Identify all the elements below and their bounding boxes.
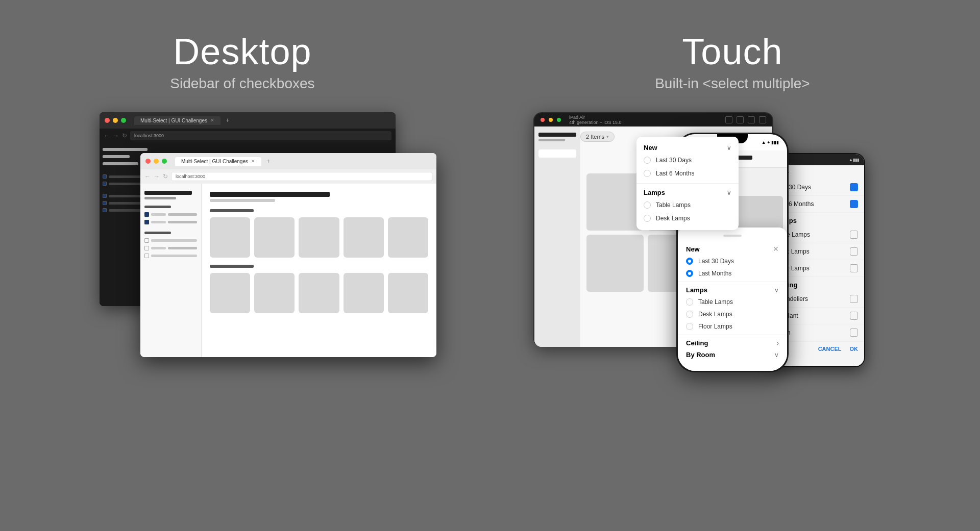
android-ok-button[interactable]: OK bbox=[850, 346, 859, 352]
tab-close-icon-front[interactable]: ✕ bbox=[251, 159, 255, 164]
product-grid-2 bbox=[210, 273, 428, 313]
ip-divider-1 bbox=[678, 282, 787, 282]
android-cb-last30[interactable] bbox=[850, 183, 858, 191]
dp-item-table-lamps[interactable]: Table Lamps bbox=[636, 198, 739, 212]
new-tab-icon[interactable]: + bbox=[226, 117, 229, 124]
sf-item-line-1 bbox=[151, 213, 166, 216]
sf-cb-5[interactable] bbox=[144, 254, 149, 258]
ip-item-table-lamps[interactable]: Table Lamps bbox=[678, 296, 787, 308]
dp-new-title: New bbox=[644, 144, 657, 151]
dp-radio-table-lamps[interactable] bbox=[644, 201, 651, 209]
ip-item-last6months[interactable]: Last Months bbox=[678, 267, 787, 280]
ip-label-last30: Last 30 Days bbox=[698, 258, 734, 265]
dp-new-chevron[interactable]: ∨ bbox=[727, 144, 731, 151]
touch-subtitle: Built-in <select multiple> bbox=[655, 75, 810, 92]
sidebar-cb-1[interactable] bbox=[103, 174, 107, 179]
ip-radio-floor-lamps[interactable] bbox=[686, 323, 693, 330]
address-bar-front[interactable]: localhost:3000 bbox=[171, 172, 432, 181]
dp-lamps-chevron[interactable]: ∨ bbox=[727, 189, 731, 196]
ip-new-title: New bbox=[686, 245, 700, 253]
android-cb-floor-lamps[interactable] bbox=[850, 264, 858, 272]
tab-close-icon[interactable]: ✕ bbox=[210, 118, 214, 123]
dp-item-last30[interactable]: Last 30 Days bbox=[636, 154, 739, 167]
window-minimize-dot bbox=[113, 118, 118, 123]
ip-section-lamps: Lamps ∨ bbox=[678, 284, 787, 296]
ip-radio-table-lamps[interactable] bbox=[686, 298, 693, 306]
sf-item-5 bbox=[144, 254, 197, 258]
sf-cb-1[interactable] bbox=[144, 212, 149, 217]
browser-tab-label-back: Multi-Select | GUI Challenges bbox=[140, 118, 207, 123]
reload-nav-icon[interactable]: ↻ bbox=[122, 132, 127, 139]
sf-item-line-4 bbox=[151, 247, 166, 249]
desktop-section-heading: Desktop Sidebar of checkboxes bbox=[170, 31, 314, 92]
sf-cb-2[interactable] bbox=[144, 220, 149, 224]
sheet-handle bbox=[723, 235, 742, 237]
android-cb-last6[interactable] bbox=[850, 200, 858, 208]
sidebar-front bbox=[140, 184, 202, 357]
ip-label-last6months: Last Months bbox=[698, 270, 731, 277]
window-minimize-dot-front bbox=[154, 159, 159, 164]
main-area-front bbox=[202, 184, 436, 357]
browser-addressbar-back: ← → ↻ localhost:3000 bbox=[100, 129, 396, 143]
dp-divider-1 bbox=[636, 183, 739, 184]
dp-radio-last6[interactable] bbox=[644, 170, 651, 177]
ip-item-desk-lamps[interactable]: Desk Lamps bbox=[678, 308, 787, 320]
sf-item-1 bbox=[144, 212, 197, 217]
sf-item-2 bbox=[144, 220, 197, 224]
window-maximize-dot bbox=[121, 118, 126, 123]
desktop-mockup: Multi-Select | GUI Challenges ✕ + ← → ↻ … bbox=[100, 112, 416, 357]
ipad-model-label: iPad Air bbox=[569, 115, 622, 120]
ip-ceiling-chevron[interactable]: › bbox=[777, 340, 779, 347]
dp-radio-last30[interactable] bbox=[644, 157, 651, 164]
sf-cb-4[interactable] bbox=[144, 246, 149, 250]
browser-titlebar-back: Multi-Select | GUI Challenges ✕ + bbox=[100, 112, 396, 129]
ip-section-ceiling: Ceiling › bbox=[678, 337, 787, 349]
ip-lamps-chevron[interactable]: ∨ bbox=[774, 287, 779, 294]
sidebar-cb-3[interactable] bbox=[103, 194, 107, 198]
sidebar-cb-4[interactable] bbox=[103, 201, 107, 205]
ipad-search-bar[interactable] bbox=[538, 149, 576, 158]
grid-cell-9 bbox=[344, 273, 384, 313]
sf-sub-line bbox=[144, 197, 176, 199]
back-nav-icon[interactable]: ← bbox=[104, 132, 110, 139]
sheet-close-icon[interactable]: ✕ bbox=[773, 245, 779, 253]
address-bar-back[interactable]: localhost:3000 bbox=[130, 131, 391, 140]
items-badge-ipad[interactable]: 2 Items ▾ bbox=[580, 132, 615, 142]
browser-body-front bbox=[140, 184, 436, 357]
browser-tab-front[interactable]: Multi-Select | GUI Challenges ✕ bbox=[175, 157, 261, 166]
sidebar-cb-5[interactable] bbox=[103, 208, 107, 212]
iphone-filter-sheet: New ✕ Last 30 Days Last Months bbox=[678, 227, 787, 371]
dp-item-last6[interactable]: Last 6 Months bbox=[636, 167, 739, 180]
browser-tab-back[interactable]: Multi-Select | GUI Challenges ✕ bbox=[134, 116, 220, 125]
ip-radio-desk-lamps[interactable] bbox=[686, 311, 693, 318]
back-nav-icon-front[interactable]: ← bbox=[144, 173, 151, 180]
android-cancel-button[interactable]: CANCEL bbox=[818, 346, 842, 352]
ip-item-last30[interactable]: Last 30 Days bbox=[678, 255, 787, 267]
grid-cell-10 bbox=[388, 273, 428, 313]
reload-nav-icon-front[interactable]: ↻ bbox=[163, 173, 168, 180]
sf-item-line-2 bbox=[151, 221, 166, 223]
new-tab-icon-front[interactable]: + bbox=[266, 158, 270, 165]
dp-item-desk-lamps[interactable]: Desk Lamps bbox=[636, 212, 739, 225]
ipad-dot-yellow bbox=[549, 118, 553, 122]
sidebar-cb-2[interactable] bbox=[103, 182, 107, 186]
android-cb-chandeliers[interactable] bbox=[850, 295, 858, 303]
ipad-cell-1 bbox=[586, 173, 644, 231]
forward-nav-icon-front[interactable]: → bbox=[154, 173, 160, 180]
ip-label-desk-lamps: Desk Lamps bbox=[698, 311, 732, 318]
window-close-dot bbox=[105, 118, 110, 123]
ip-item-floor-lamps[interactable]: Floor Lamps bbox=[678, 320, 787, 333]
android-cb-pendant[interactable] bbox=[850, 312, 858, 320]
android-cb-flush[interactable] bbox=[850, 328, 858, 337]
forward-nav-icon[interactable]: → bbox=[113, 132, 119, 139]
sidebar-line-1 bbox=[103, 148, 148, 151]
dp-radio-desk-lamps[interactable] bbox=[644, 215, 651, 222]
android-cb-desk-lamps[interactable] bbox=[850, 247, 858, 256]
browser-tab-label-front: Multi-Select | GUI Challenges bbox=[181, 159, 248, 164]
ip-byroom-chevron[interactable]: ∨ bbox=[774, 351, 779, 359]
android-cb-table-lamps[interactable] bbox=[850, 231, 858, 239]
ip-radio-last30[interactable] bbox=[686, 258, 693, 265]
ipad-ios-label: 4th generation – iOS 15.0 bbox=[569, 120, 622, 125]
sf-cb-3[interactable] bbox=[144, 238, 149, 243]
ip-radio-last6months[interactable] bbox=[686, 270, 693, 277]
